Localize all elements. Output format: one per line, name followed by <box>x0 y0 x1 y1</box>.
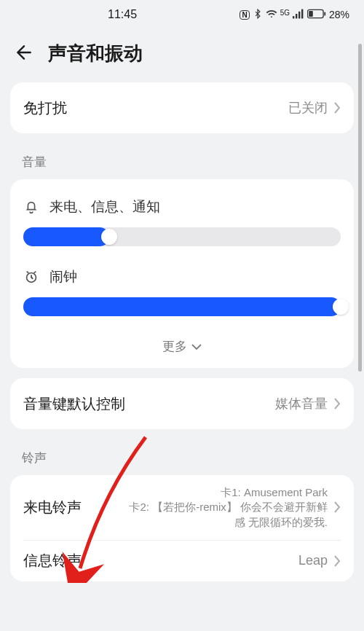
alarm-volume-label: 闹钟 <box>50 267 77 286</box>
page-title: 声音和振动 <box>48 41 143 66</box>
page-header: 声音和振动 <box>0 29 364 82</box>
volume-more-button[interactable]: 更多 <box>23 331 341 368</box>
message-ringtone-row[interactable]: 信息铃声 Leap <box>23 541 341 581</box>
ring-volume-row: 来电、信息、通知 <box>23 191 341 223</box>
incoming-ringtone-label: 来电铃声 <box>23 498 82 517</box>
message-ringtone-label: 信息铃声 <box>23 551 82 571</box>
incoming-ringtone-values: 卡1: Amusement Park 卡2: 【若把你-remix】 你会不会避… <box>124 485 328 530</box>
signal-5g-icon: 5G <box>280 9 290 17</box>
volume-more-label: 更多 <box>162 338 187 355</box>
volume-card: 来电、信息、通知 闹钟 更多 <box>10 179 354 368</box>
alarm-volume-slider[interactable] <box>23 297 341 316</box>
volume-key-value: 媒体音量 <box>275 395 328 412</box>
battery-icon <box>307 9 326 21</box>
nfc-icon: N <box>240 10 249 20</box>
volume-section-label: 音量 <box>0 144 364 179</box>
dnd-row[interactable]: 免打扰 已关闭 <box>23 82 341 133</box>
ringtones-section-label: 铃声 <box>0 439 364 475</box>
svg-rect-2 <box>298 11 300 18</box>
battery-percent: 28% <box>329 9 349 20</box>
status-time: 11:45 <box>108 8 137 21</box>
svg-rect-1 <box>296 14 297 18</box>
chevron-right-icon <box>333 501 341 513</box>
back-button[interactable] <box>15 43 33 65</box>
alarm-volume-row: 闹钟 <box>23 261 341 293</box>
svg-rect-6 <box>324 12 325 15</box>
svg-rect-3 <box>301 9 303 18</box>
bluetooth-icon <box>253 9 263 21</box>
dnd-card: 免打扰 已关闭 <box>10 82 354 133</box>
volume-key-label: 音量键默认控制 <box>23 394 125 414</box>
volume-key-card: 音量键默认控制 媒体音量 <box>10 378 354 429</box>
dnd-value: 已关闭 <box>288 99 328 117</box>
bell-icon <box>23 199 39 215</box>
chevron-down-icon <box>191 340 202 354</box>
message-ringtone-value: Leap <box>298 553 328 568</box>
scrollbar[interactable] <box>358 44 362 372</box>
chevron-right-icon <box>333 102 341 114</box>
volume-key-row[interactable]: 音量键默认控制 媒体音量 <box>23 378 341 429</box>
chevron-right-icon <box>333 398 341 409</box>
incoming-ringtone-sim2: 卡2: 【若把你-remix】 你会不会避开新鲜感 无限循环的爱我. <box>124 500 328 530</box>
dnd-label: 免打扰 <box>23 98 67 118</box>
wifi-icon <box>266 8 277 22</box>
ringtones-card: 来电铃声 卡1: Amusement Park 卡2: 【若把你-remix】 … <box>10 475 354 581</box>
ring-volume-label: 来电、信息、通知 <box>50 197 160 216</box>
status-bar: 11:45 N 5G 28% <box>0 0 364 29</box>
chevron-right-icon <box>333 555 341 567</box>
svg-rect-0 <box>293 16 294 18</box>
ring-volume-slider[interactable] <box>23 227 341 246</box>
incoming-ringtone-sim1: 卡1: Amusement Park <box>124 485 328 500</box>
clock-icon <box>23 269 39 285</box>
incoming-ringtone-row[interactable]: 来电铃声 卡1: Amusement Park 卡2: 【若把你-remix】 … <box>23 475 341 540</box>
status-icons: N 5G 28% <box>240 8 349 22</box>
signal-bars-icon <box>293 9 304 21</box>
svg-rect-5 <box>309 11 313 17</box>
